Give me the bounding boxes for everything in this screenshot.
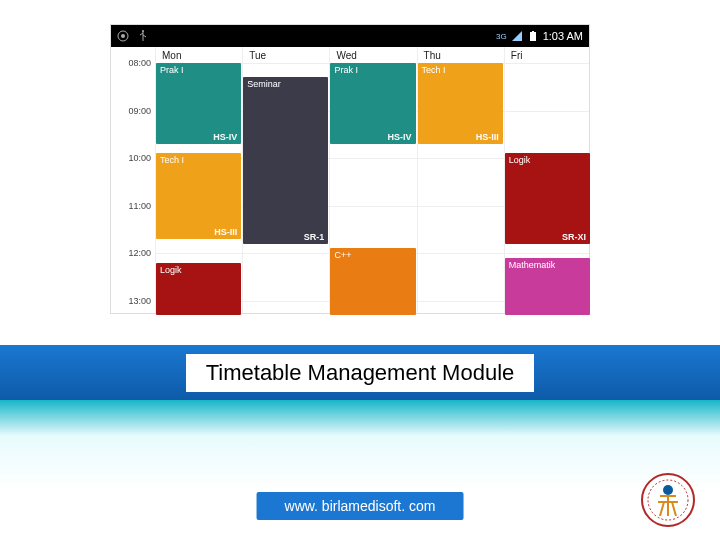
- svg-rect-4: [532, 31, 534, 32]
- event-title: C++: [334, 250, 411, 260]
- day-header: Tue: [242, 47, 329, 63]
- timetable-event[interactable]: Tech IHS-III: [156, 153, 241, 239]
- event-room: SR-1: [304, 232, 325, 242]
- timetable-event[interactable]: Tech IHS-III: [418, 63, 503, 144]
- event-title: Seminar: [247, 79, 324, 89]
- company-logo: [640, 472, 696, 528]
- event-room: HS-IV: [213, 132, 237, 142]
- event-title: Tech I: [160, 155, 237, 165]
- usb-icon: [137, 30, 149, 42]
- event-title: Logik: [509, 155, 586, 165]
- clock: 1:03 AM: [543, 30, 583, 42]
- signal-icon: [511, 30, 523, 42]
- day-header: Mon: [155, 47, 242, 63]
- notify-icon: [117, 30, 129, 42]
- svg-point-1: [121, 34, 125, 38]
- time-label: 10:00: [128, 153, 151, 163]
- battery-icon: [527, 30, 539, 42]
- svg-point-7: [663, 485, 673, 495]
- timetable-event[interactable]: Prak IHS-IV: [156, 63, 241, 144]
- timetable-event[interactable]: SeminarSR-1: [243, 77, 328, 243]
- timetable-event[interactable]: Prak IHS-IV: [330, 63, 415, 144]
- timetable-event[interactable]: Mathematik: [505, 258, 590, 315]
- network-label: 3G: [496, 32, 507, 41]
- title-bar: Timetable Management Module: [0, 345, 720, 400]
- timetable-event[interactable]: C++: [330, 248, 415, 315]
- time-label: 13:00: [128, 296, 151, 306]
- event-room: HS-IV: [388, 132, 412, 142]
- time-label: 09:00: [128, 106, 151, 116]
- timetable-grid[interactable]: 08:0009:0010:0011:0012:0013:00 MonTueWed…: [111, 47, 589, 313]
- time-label: 12:00: [128, 248, 151, 258]
- time-label: 11:00: [128, 201, 151, 211]
- footer-url[interactable]: www. birlamedisoft. com: [257, 492, 464, 520]
- event-title: Logik: [160, 265, 237, 275]
- svg-point-2: [142, 30, 144, 32]
- event-room: HS-III: [476, 132, 499, 142]
- timetable-event[interactable]: Logik: [156, 263, 241, 315]
- timetable-event[interactable]: LogikSR-XI: [505, 153, 590, 243]
- day-header: Wed: [329, 47, 416, 63]
- android-status-bar: 3G 1:03 AM: [111, 25, 589, 47]
- event-title: Tech I: [422, 65, 499, 75]
- page-title: Timetable Management Module: [186, 354, 535, 392]
- event-room: SR-XI: [562, 232, 586, 242]
- event-title: Prak I: [334, 65, 411, 75]
- day-header: Thu: [417, 47, 504, 63]
- event-room: HS-III: [214, 227, 237, 237]
- day-header: Fri: [504, 47, 591, 63]
- decorative-band: [0, 400, 720, 490]
- event-title: Prak I: [160, 65, 237, 75]
- svg-rect-3: [530, 32, 536, 41]
- event-title: Mathematik: [509, 260, 586, 270]
- time-label: 08:00: [128, 58, 151, 68]
- phone-screenshot: 3G 1:03 AM 08:0009:0010:0011:0012:0013:0…: [110, 24, 590, 314]
